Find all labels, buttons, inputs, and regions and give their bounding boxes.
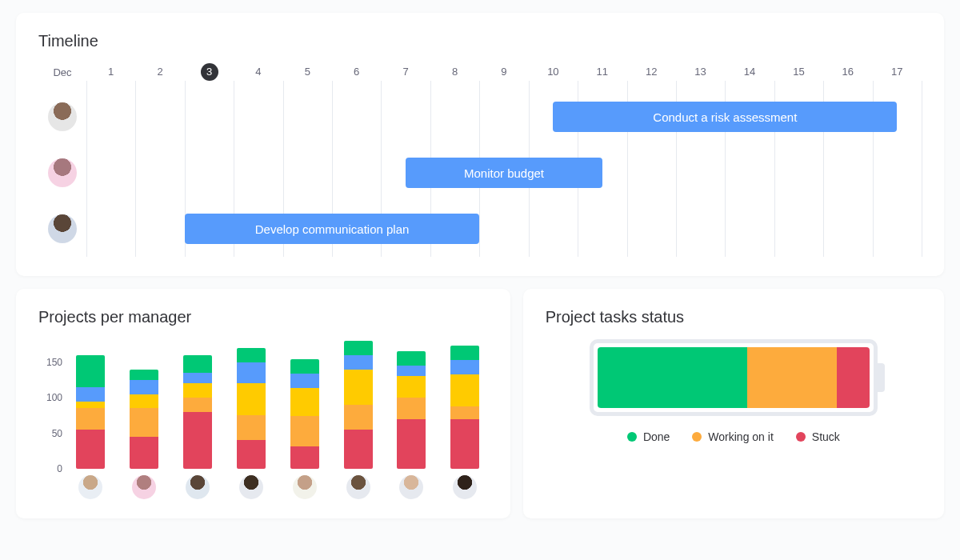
stacked-bar[interactable]	[130, 370, 158, 469]
timeline-header: Dec 1234567891011121314151617	[38, 63, 922, 81]
bar-segment-green	[130, 370, 158, 380]
timeline-day-label: 9	[495, 63, 513, 81]
timeline-day-label: 4	[250, 63, 267, 81]
bar-x-avatar[interactable]	[293, 475, 317, 499]
timeline-day-label: 2	[151, 63, 169, 81]
timeline-bars-layer: Conduct a risk assessmentMonitor budgetD…	[86, 89, 922, 257]
bar-x-avatar[interactable]	[78, 475, 102, 499]
timeline-day-column[interactable]: 8	[430, 63, 479, 81]
legend-item-done: Done	[627, 430, 670, 443]
bar-segment-yellow	[344, 370, 373, 405]
bar-segment-blue	[76, 387, 105, 402]
timeline-row-avatar[interactable]	[48, 214, 77, 243]
stacked-bar[interactable]	[76, 355, 105, 469]
timeline-task-bar[interactable]: Monitor budget	[406, 158, 602, 188]
timeline-day-label: 15	[790, 63, 807, 81]
bar-x-avatar[interactable]	[399, 475, 423, 499]
timeline-month-label: Dec	[38, 66, 86, 78]
bar-segment-blue	[237, 362, 266, 384]
bar-column	[442, 346, 488, 499]
bar-x-avatar[interactable]	[346, 475, 370, 499]
bar-segment-yellow	[290, 388, 319, 417]
bar-segment-green	[397, 351, 426, 366]
bar-segment-blue	[397, 366, 426, 376]
bar-segment-orange	[450, 406, 479, 419]
timeline-day-column[interactable]: 7	[381, 63, 430, 81]
timeline-row-avatar[interactable]	[48, 158, 77, 187]
stacked-bar[interactable]	[183, 355, 212, 469]
timeline-day-column[interactable]: 10	[529, 63, 578, 81]
bar-x-avatar[interactable]	[186, 475, 210, 499]
bar-chart-ytick: 100	[46, 392, 62, 403]
bar-segment-red	[130, 437, 158, 469]
timeline-day-label: 1	[102, 63, 120, 81]
manager-avatar	[78, 475, 102, 499]
timeline-day-column[interactable]: 15	[774, 63, 823, 81]
manager-avatar	[239, 475, 263, 499]
battery-cell-working[interactable]	[747, 347, 837, 408]
timeline-day-label: 16	[839, 63, 857, 81]
stacked-bar[interactable]	[450, 346, 479, 469]
bar-segment-orange	[397, 398, 426, 419]
timeline-task-bar[interactable]: Conduct a risk assessment	[553, 102, 897, 132]
timeline-day-column[interactable]: 13	[676, 63, 725, 81]
timeline-day-column[interactable]: 14	[725, 63, 774, 81]
bar-segment-blue	[183, 373, 212, 383]
bar-segment-red	[76, 430, 105, 469]
bar-segment-blue	[130, 380, 158, 394]
bar-segment-blue	[290, 374, 319, 388]
bar-segment-orange	[130, 408, 158, 437]
stacked-bar[interactable]	[397, 351, 426, 469]
bar-column	[175, 355, 221, 499]
timeline-day-label: 5	[298, 63, 316, 81]
legend-label-stuck: Stuck	[812, 430, 840, 443]
timeline-day-label: 11	[594, 63, 611, 81]
bar-segment-red	[450, 419, 479, 469]
timeline-day-column[interactable]: 1	[86, 63, 135, 81]
bar-column	[282, 359, 327, 499]
timeline-day-column[interactable]: 4	[234, 63, 282, 81]
battery-cell-stuck[interactable]	[837, 347, 870, 408]
bar-segment-green	[450, 346, 479, 360]
battery-cell-done[interactable]	[598, 347, 747, 408]
timeline-day-column[interactable]: 16	[823, 63, 872, 81]
timeline-day-column[interactable]: 11	[578, 63, 626, 81]
timeline-day-column[interactable]: 5	[283, 63, 332, 81]
stacked-bar[interactable]	[237, 348, 266, 469]
stacked-bar[interactable]	[290, 359, 319, 469]
bar-segment-green	[237, 348, 266, 362]
timeline-day-column[interactable]: 12	[626, 63, 675, 81]
bar-segment-orange	[237, 415, 266, 440]
bar-segment-yellow	[183, 383, 212, 398]
manager-avatar	[132, 475, 156, 499]
bar-x-avatar[interactable]	[453, 475, 477, 499]
timeline-task-bar[interactable]: Develop communication plan	[185, 214, 479, 244]
projects-per-manager-card: Projects per manager 050100150	[16, 289, 510, 518]
bar-segment-red	[290, 446, 319, 469]
bar-chart-bars-area	[67, 339, 488, 499]
manager-avatar	[293, 475, 317, 499]
stacked-bar[interactable]	[344, 341, 373, 469]
bar-chart-ytick: 150	[46, 357, 62, 368]
timeline-day-column[interactable]: 3	[185, 63, 234, 81]
bar-segment-green	[290, 359, 319, 374]
bar-chart-ytick: 50	[52, 428, 62, 439]
bottom-row: Projects per manager 050100150 Project t…	[16, 289, 944, 518]
legend-dot-stuck-icon	[796, 432, 806, 442]
bar-segment-orange	[290, 416, 319, 446]
projects-per-manager-chart: 050100150	[38, 339, 488, 499]
timeline: Dec 1234567891011121314151617 Conduct a …	[38, 63, 922, 257]
legend-item-stuck: Stuck	[796, 430, 840, 443]
timeline-day-column[interactable]: 9	[479, 63, 528, 81]
battery-chart	[590, 339, 878, 416]
legend-label-working: Working on it	[708, 430, 773, 443]
bar-x-avatar[interactable]	[132, 475, 156, 499]
timeline-row-avatar[interactable]	[48, 102, 77, 131]
bar-x-avatar[interactable]	[239, 475, 263, 499]
bar-chart-ytick: 0	[57, 463, 62, 474]
timeline-day-column[interactable]: 17	[873, 63, 922, 81]
timeline-day-column[interactable]: 2	[135, 63, 184, 81]
legend-item-working: Working on it	[692, 430, 773, 443]
bar-segment-yellow	[397, 376, 426, 398]
timeline-day-column[interactable]: 6	[332, 63, 381, 81]
